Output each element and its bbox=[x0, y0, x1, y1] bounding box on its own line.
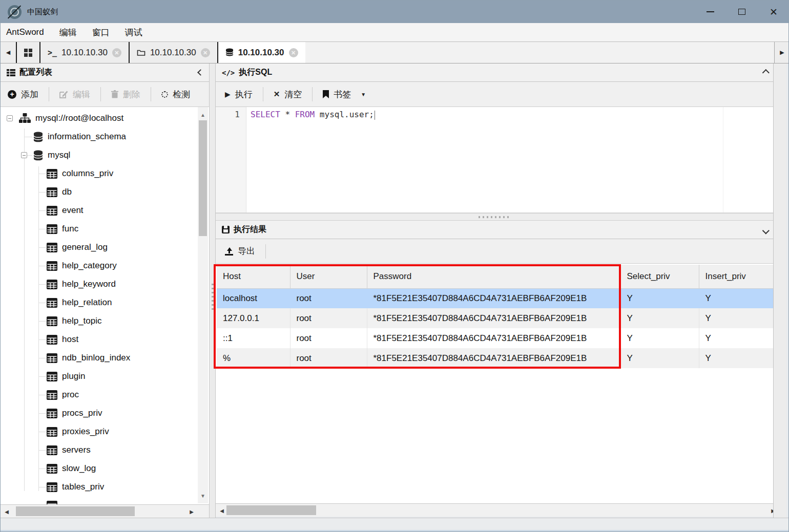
tree-item[interactable]: mysql://root@localhost bbox=[1, 109, 209, 127]
clear-button[interactable]: ✕ 清空 bbox=[271, 89, 305, 100]
bookmark-button[interactable]: 书签 ▼ bbox=[320, 89, 369, 100]
column-header[interactable]: Insert_priv bbox=[699, 265, 773, 288]
scroll-right-icon[interactable]: ▶ bbox=[186, 505, 197, 518]
tree-item[interactable]: ndb_binlog_index bbox=[1, 349, 209, 367]
scrollbar-thumb[interactable] bbox=[199, 120, 207, 236]
tab-scroll-left-button[interactable]: ◀ bbox=[1, 42, 16, 63]
column-header[interactable]: Host bbox=[217, 265, 290, 288]
test-button[interactable]: 检测 bbox=[158, 89, 193, 100]
tree-item[interactable]: tables_priv bbox=[1, 478, 209, 496]
table-row[interactable]: localhostroot*81F5E21E35407D884A6CD4A731… bbox=[217, 288, 773, 308]
tree-horizontal-scrollbar[interactable]: ◀ ▶ bbox=[1, 504, 209, 518]
cell[interactable]: % bbox=[217, 348, 290, 368]
export-button[interactable]: 导出 bbox=[222, 245, 258, 257]
tree-item[interactable]: host bbox=[1, 330, 209, 349]
cell[interactable]: Y bbox=[620, 328, 699, 348]
caret-down-icon[interactable]: ▼ bbox=[361, 92, 366, 97]
tree-item[interactable]: columns_priv bbox=[1, 164, 209, 183]
collapse-sidebar-icon[interactable] bbox=[197, 69, 204, 76]
tree-item[interactable]: procs_priv bbox=[1, 404, 209, 422]
cell[interactable]: Y bbox=[620, 288, 699, 308]
editor-code-line[interactable]: SELECT * FROM mysql.user; bbox=[246, 107, 773, 212]
menu-antsword[interactable]: AntSword bbox=[1, 23, 52, 41]
column-header[interactable]: User bbox=[290, 265, 367, 288]
table-row[interactable]: %root*81F5E21E35407D884A6CD4A731AEBFB6AF… bbox=[217, 348, 773, 368]
cell[interactable]: Y bbox=[699, 288, 773, 308]
menu-window[interactable]: 窗口 bbox=[85, 23, 117, 41]
edit-button[interactable]: 编辑 bbox=[56, 89, 93, 100]
menu-debug[interactable]: 调试 bbox=[117, 23, 150, 41]
tab-close-icon[interactable]: ✕ bbox=[289, 48, 298, 57]
cell[interactable]: root bbox=[290, 288, 367, 308]
cell[interactable]: *81F5E21E35407D884A6CD4A731AEBFB6AF209E1… bbox=[367, 288, 620, 308]
tree-item[interactable]: servers bbox=[1, 441, 209, 459]
tab-close-icon[interactable]: ✕ bbox=[201, 48, 210, 57]
scrollbar-thumb[interactable] bbox=[16, 506, 135, 516]
cell[interactable]: Y bbox=[699, 348, 773, 368]
tab-close-icon[interactable]: ✕ bbox=[112, 48, 121, 57]
column-header[interactable]: Password bbox=[367, 265, 620, 288]
minimize-button[interactable] bbox=[694, 1, 726, 23]
close-button[interactable]: ✕ bbox=[758, 1, 789, 23]
cell[interactable]: Y bbox=[699, 308, 773, 328]
tree-item[interactable]: help_topic bbox=[1, 312, 209, 330]
table-row[interactable]: 127.0.0.1root*81F5E21E35407D884A6CD4A731… bbox=[217, 308, 773, 328]
collapse-up-icon[interactable] bbox=[762, 69, 770, 76]
tree-item[interactable]: help_keyword bbox=[1, 275, 209, 293]
panel-splitter-horizontal[interactable] bbox=[216, 213, 773, 221]
scroll-up-icon[interactable]: ▲ bbox=[198, 110, 208, 119]
tree-item[interactable]: event bbox=[1, 201, 209, 220]
cell[interactable]: *81F5E21E35407D884A6CD4A731AEBFB6AF209E1… bbox=[367, 348, 620, 368]
tree-expander-icon[interactable] bbox=[21, 152, 27, 158]
tab-files[interactable]: 10.10.10.30 ✕ bbox=[130, 42, 218, 63]
cell[interactable]: root bbox=[290, 308, 367, 328]
maximize-button[interactable] bbox=[726, 1, 758, 23]
tree-vertical-scrollbar[interactable]: ▲ ▼ bbox=[198, 107, 208, 503]
cell[interactable]: root bbox=[290, 328, 367, 348]
tree-item[interactable]: plugin bbox=[1, 367, 209, 386]
cell[interactable]: Y bbox=[699, 328, 773, 348]
tab-home[interactable] bbox=[16, 42, 40, 63]
collapse-down-icon[interactable] bbox=[762, 227, 770, 234]
cell[interactable]: localhost bbox=[217, 288, 290, 308]
cell[interactable]: Y bbox=[620, 348, 699, 368]
tree-item[interactable] bbox=[1, 496, 209, 504]
tree-item[interactable]: func bbox=[1, 220, 209, 238]
scrollbar-thumb[interactable] bbox=[226, 505, 316, 515]
tree-item[interactable]: help_relation bbox=[1, 293, 209, 312]
tree-expander-icon[interactable] bbox=[7, 115, 13, 121]
tree-item[interactable]: general_log bbox=[1, 238, 209, 257]
tab-scroll-right-button[interactable]: ▶ bbox=[774, 42, 789, 63]
tree-item[interactable]: information_schema bbox=[1, 127, 209, 146]
menu-edit[interactable]: 编辑 bbox=[52, 23, 85, 41]
cell[interactable]: *81F5E21E35407D884A6CD4A731AEBFB6AF209E1… bbox=[367, 328, 620, 348]
right-scrollbar-track[interactable] bbox=[773, 63, 786, 518]
tree-item[interactable]: proc bbox=[1, 386, 209, 404]
cell[interactable]: *81F5E21E35407D884A6CD4A731AEBFB6AF209E1… bbox=[367, 308, 620, 328]
cell[interactable]: ::1 bbox=[217, 328, 290, 348]
tree-item[interactable]: slow_log bbox=[1, 459, 209, 478]
tab-database[interactable]: 10.10.10.30 ✕ bbox=[218, 42, 305, 63]
tree-item[interactable]: help_category bbox=[1, 257, 209, 275]
cell[interactable]: Y bbox=[620, 308, 699, 328]
tree-connector bbox=[38, 247, 46, 248]
sql-toolbar: ▶ 执行 ✕ 清空 书签 ▼ bbox=[216, 82, 773, 107]
panel-splitter-vertical[interactable] bbox=[210, 63, 216, 518]
table-row[interactable]: ::1root*81F5E21E35407D884A6CD4A731AEBFB6… bbox=[217, 328, 773, 348]
tree-item[interactable]: proxies_priv bbox=[1, 422, 209, 441]
add-button[interactable]: + 添加 bbox=[5, 89, 41, 100]
tree-item[interactable]: mysql bbox=[1, 146, 209, 164]
result-horizontal-scrollbar[interactable]: ◀ ▶ bbox=[216, 503, 785, 517]
scroll-down-icon[interactable]: ▼ bbox=[198, 491, 208, 500]
minimize-icon bbox=[707, 11, 714, 12]
tree-item[interactable]: db bbox=[1, 183, 209, 201]
column-header[interactable]: Select_priv bbox=[620, 265, 699, 288]
delete-button[interactable]: 删除 bbox=[108, 89, 143, 100]
cell[interactable]: root bbox=[290, 348, 367, 368]
sql-editor[interactable]: 1 SELECT * FROM mysql.user; bbox=[216, 107, 773, 213]
run-button[interactable]: ▶ 执行 bbox=[222, 89, 256, 100]
scroll-left-icon[interactable]: ◀ bbox=[217, 504, 227, 517]
cell[interactable]: 127.0.0.1 bbox=[217, 308, 290, 328]
tab-terminal[interactable]: >_ 10.10.10.30 ✕ bbox=[40, 42, 130, 63]
scroll-left-icon[interactable]: ◀ bbox=[2, 505, 12, 518]
